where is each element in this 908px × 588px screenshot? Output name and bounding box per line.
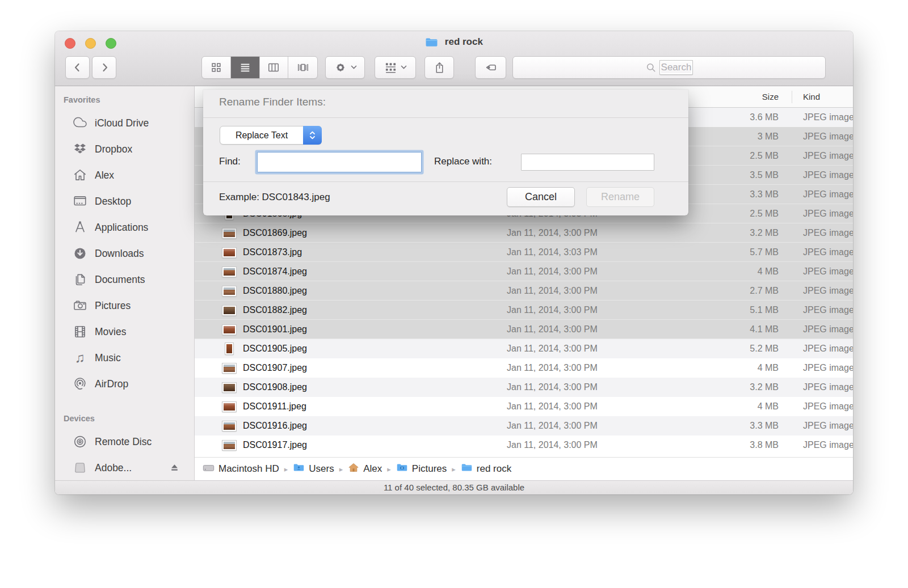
breadcrumb-item-pictures[interactable]: Pictures [396, 462, 447, 476]
file-name: DSC01916.jpeg [243, 416, 307, 435]
sidebar-item-downloads[interactable]: Downloads [55, 240, 194, 266]
table-row[interactable]: DSC01907.jpegJan 11, 2014, 3:00 PM4 MBJP… [195, 358, 853, 378]
file-name: DSC01874.jpeg [243, 262, 307, 281]
search-input[interactable]: Search [512, 56, 826, 79]
tag-button[interactable] [475, 56, 506, 79]
rename-mode-select[interactable]: Replace Text [220, 126, 322, 145]
file-name: DSC01905.jpeg [243, 339, 307, 358]
find-input[interactable] [257, 152, 422, 172]
cancel-button[interactable]: Cancel [507, 187, 575, 207]
breadcrumb-item-users[interactable]: Users [293, 462, 334, 476]
file-thumbnail-icon [220, 339, 239, 358]
sidebar-item-adobe[interactable]: Adobe... [55, 455, 194, 480]
forward-button[interactable] [92, 56, 116, 79]
table-row[interactable]: DSC01869.jpegJan 11, 2014, 3:00 PM3.2 MB… [195, 223, 853, 243]
back-button[interactable] [65, 56, 90, 79]
status-bar: 11 of 40 selected, 80.35 GB available [55, 480, 853, 494]
table-row[interactable]: DSC01874.jpegJan 11, 2014, 3:00 PM4 MBJP… [195, 262, 853, 281]
sidebar-item-alex[interactable]: Alex [55, 162, 194, 188]
chevron-down-icon [351, 65, 357, 70]
share-button[interactable] [424, 56, 454, 79]
sidebar-item-applications[interactable]: Applications [55, 214, 194, 240]
breadcrumb-chevron-icon: ▸ [452, 465, 456, 473]
table-row[interactable]: DSC01905.jpegJan 11, 2014, 3:00 PM5.2 MB… [195, 339, 853, 358]
movies-icon [72, 324, 87, 340]
sidebar-item-dropbox[interactable]: Dropbox [55, 136, 194, 162]
column-view-icon [267, 61, 280, 74]
folder-pictures-icon [396, 462, 408, 476]
eject-icon[interactable] [170, 463, 179, 472]
sidebar-item-label: Movies [95, 326, 126, 338]
sidebar-item-label: Applications [95, 222, 148, 234]
icon-view-button[interactable] [202, 57, 231, 78]
breadcrumb-chevron-icon: ▸ [387, 465, 391, 473]
file-thumbnail-icon [220, 223, 239, 243]
sidebar-item-pictures[interactable]: Pictures [55, 293, 194, 319]
table-row[interactable]: DSC01880.jpegJan 11, 2014, 3:00 PM2.7 MB… [195, 281, 853, 301]
folder-users-icon [293, 462, 305, 476]
breadcrumb-item-red-rock[interactable]: red rock [461, 462, 511, 476]
sidebar-item-documents[interactable]: Documents [55, 266, 194, 293]
file-name: DSC01901.jpeg [243, 320, 307, 339]
breadcrumb-item-alex[interactable]: Alex [348, 462, 382, 476]
table-row[interactable]: DSC01911.jpegJan 11, 2014, 3:00 PM4 MBJP… [195, 397, 853, 416]
file-kind: JPEG image [803, 223, 853, 243]
coverflow-view-button[interactable] [288, 57, 317, 78]
file-thumbnail-icon [220, 243, 239, 262]
documents-icon [72, 272, 87, 287]
window-title: red rock [55, 36, 853, 50]
file-kind: JPEG image [803, 262, 853, 281]
sidebar-item-movies[interactable]: Movies [55, 319, 194, 345]
file-date: Jan 11, 2014, 3:03 PM [507, 243, 598, 262]
popup-chevrons-icon [303, 126, 322, 145]
sidebar-item-label: Remote Disc [95, 436, 152, 448]
home-path-icon [348, 462, 359, 476]
table-row[interactable]: DSC01901.jpegJan 11, 2014, 3:00 PM4.1 MB… [195, 320, 853, 339]
rename-button[interactable]: Rename [586, 187, 654, 207]
table-row[interactable]: DSC01882.jpegJan 11, 2014, 3:00 PM5.1 MB… [195, 301, 853, 320]
path-bar: Macintosh HD▸Users▸Alex▸Pictures▸red roc… [195, 457, 853, 480]
home-icon [72, 168, 87, 183]
file-size: 4.1 MB [694, 320, 779, 339]
column-header-kind[interactable]: Kind [803, 86, 820, 108]
file-size: 3.2 MB [694, 378, 779, 397]
file-kind: JPEG image [803, 301, 853, 320]
file-thumbnail-icon [220, 378, 239, 397]
column-header-size[interactable]: Size [694, 86, 779, 108]
table-row[interactable]: DSC01908.jpegJan 11, 2014, 3:00 PM3.2 MB… [195, 378, 853, 397]
replace-with-input[interactable] [521, 154, 654, 171]
list-view-button[interactable] [231, 57, 260, 78]
file-name: DSC01880.jpeg [243, 281, 307, 301]
list-view-icon [239, 61, 251, 74]
table-row[interactable]: DSC01917.jpegJan 11, 2014, 3:00 PM3.8 MB… [195, 435, 853, 455]
file-thumbnail-icon [220, 281, 239, 301]
file-size: 2.5 MB [694, 146, 779, 166]
file-date: Jan 11, 2014, 3:00 PM [507, 416, 598, 435]
table-row[interactable]: DSC01916.jpegJan 11, 2014, 3:00 PM3.3 MB… [195, 416, 853, 435]
breadcrumb-item-macintosh-hd[interactable]: Macintosh HD [203, 462, 279, 476]
folder-icon [461, 462, 473, 476]
finder-window: red rock [55, 31, 853, 494]
table-row[interactable]: DSC01873.jpgJan 11, 2014, 3:03 PM5.7 MBJ… [195, 243, 853, 262]
file-size: 5.7 MB [694, 243, 779, 262]
column-view-button[interactable] [260, 57, 289, 78]
sidebar-item-label: Adobe... [95, 462, 132, 474]
sidebar-item-desktop[interactable]: Desktop [55, 188, 194, 214]
sidebar-item-remote-disc[interactable]: Remote Disc [55, 429, 194, 455]
sidebar-item-icloud-drive[interactable]: iCloud Drive [55, 110, 194, 136]
search-placeholder: Search [660, 61, 693, 74]
file-name: DSC01911.jpeg [243, 397, 306, 416]
desktop-icon [72, 194, 87, 209]
sidebar-item-music[interactable]: ♫Music [55, 345, 194, 371]
action-menu-button[interactable] [325, 56, 365, 79]
rename-example-text: Example: DSC01843.jpeg [219, 192, 330, 203]
sidebar-item-label: Music [95, 352, 121, 364]
arrange-menu-button[interactable] [375, 56, 416, 79]
breadcrumb-chevron-icon: ▸ [284, 465, 288, 473]
sidebar-section-label: Devices [55, 412, 194, 425]
search-icon [646, 62, 657, 73]
sidebar-item-airdrop[interactable]: AirDrop [55, 371, 194, 397]
dropbox-icon [72, 142, 87, 157]
column-divider[interactable] [792, 91, 792, 103]
sidebar-item-label: Pictures [95, 300, 131, 312]
